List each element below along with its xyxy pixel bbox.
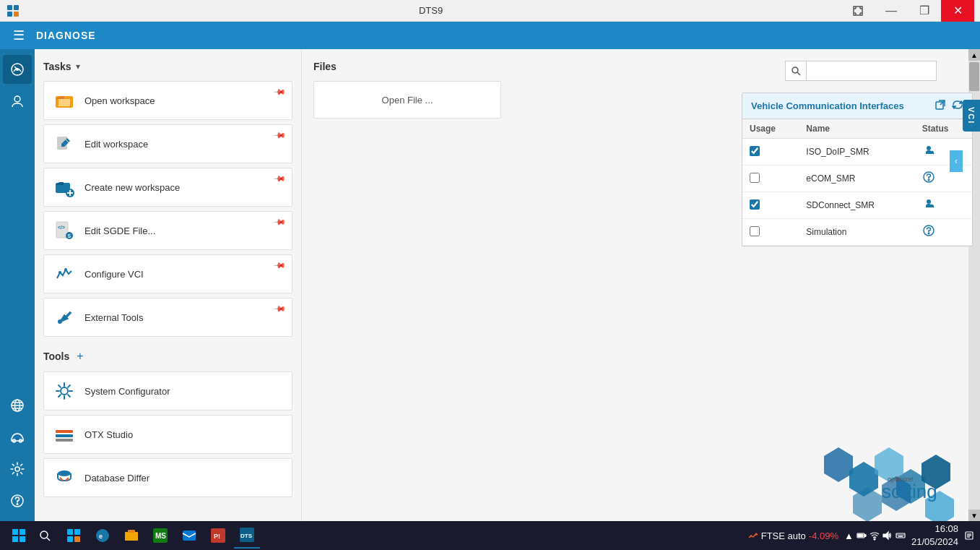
- svg-rect-90: [183, 530, 196, 541]
- svg-rect-42: [56, 430, 73, 433]
- vci-checkbox-0[interactable]: [750, 146, 760, 156]
- add-tool-icon[interactable]: +: [77, 350, 83, 363]
- taskbar-app-1[interactable]: [61, 523, 87, 549]
- vci-checkbox-2[interactable]: [750, 199, 760, 210]
- external-tools-icon: [53, 306, 76, 329]
- tool-system-configurator[interactable]: System Configurator: [43, 371, 292, 411]
- search-button[interactable]: [785, 61, 807, 81]
- edit-sgde-label: Edit SGDE File...: [84, 225, 155, 236]
- sidebar-icon-globe[interactable]: [3, 391, 32, 420]
- open-file-button[interactable]: Open File ...: [313, 81, 501, 119]
- titlebar-controls: — ❐ ✕: [841, 0, 974, 22]
- taskbar-right: FTSE auto -4.09% ▲: [748, 523, 974, 549]
- sidebar-icon-help[interactable]: [3, 486, 32, 515]
- svg-point-45: [58, 470, 71, 476]
- vci-table: Usage Name Status ISO_DoIP_SMR: [742, 119, 972, 246]
- task-edit-sgde[interactable]: </> S Edit SGDE File... 📌: [43, 211, 292, 250]
- taskbar-app-dts[interactable]: DTS: [234, 523, 260, 549]
- sidebar-icon-dashboard[interactable]: [3, 55, 32, 84]
- system-configurator-label: System Configurator: [84, 386, 170, 397]
- vci-checkbox-1[interactable]: [750, 173, 760, 183]
- vci-open-icon[interactable]: [935, 99, 946, 113]
- vci-status-1: [922, 173, 935, 186]
- taskbar-app-6[interactable]: P!: [205, 523, 231, 549]
- svg-line-51: [940, 100, 945, 105]
- svg-rect-87: [128, 530, 135, 533]
- vci-row-0: ISO_DoIP_SMR: [742, 139, 972, 166]
- files-panel: Files Open File ... Vehicle Communicatio: [302, 49, 980, 521]
- sidebar-icon-user[interactable]: [3, 87, 32, 116]
- svg-text:MS: MS: [155, 532, 166, 540]
- taskbar-app-4[interactable]: MS: [147, 523, 173, 549]
- scroll-thumb[interactable]: [969, 62, 979, 91]
- taskbar-search[interactable]: [32, 523, 58, 549]
- svg-rect-27: [58, 99, 70, 106]
- vci-title: Vehicle Communication Interfaces: [751, 100, 904, 111]
- hamburger-menu[interactable]: ☰: [7, 25, 30, 46]
- vci-status-2: [922, 200, 935, 212]
- close-button[interactable]: ✕: [941, 0, 974, 22]
- taskbar-app-2[interactable]: e: [90, 523, 116, 549]
- vci-panel: Vehicle Communication Interfaces: [742, 93, 973, 246]
- tool-otx-studio[interactable]: OTX Studio: [43, 415, 292, 454]
- tray-arrow[interactable]: ▲: [844, 530, 854, 541]
- taskbar-app-3[interactable]: [118, 523, 144, 549]
- svg-rect-2: [7, 12, 12, 17]
- vci-row-2: SDConnect_SMR: [742, 192, 972, 219]
- svg-rect-82: [67, 536, 73, 542]
- svg-point-25: [17, 504, 18, 505]
- svg-rect-81: [74, 529, 80, 535]
- window-title: DTS9: [20, 5, 841, 16]
- vci-tab[interactable]: VCI: [963, 100, 980, 132]
- vci-tab-arrow[interactable]: ‹: [950, 150, 963, 172]
- svg-point-23: [15, 467, 19, 471]
- svg-point-38: [58, 271, 61, 274]
- col-name: Name: [799, 119, 914, 139]
- taskbar-clock: 16:08 21/05/2024: [911, 523, 958, 549]
- task-configure-vci[interactable]: Configure VCI 📌: [43, 254, 292, 293]
- taskbar-app-5[interactable]: [176, 523, 202, 549]
- vci-checkbox-3[interactable]: [750, 226, 760, 236]
- fullscreen-button[interactable]: [841, 0, 875, 22]
- task-open-workspace[interactable]: Open workspace 📌: [43, 81, 292, 120]
- keyboard-icon: [896, 530, 906, 541]
- open-workspace-label: Open workspace: [84, 95, 155, 106]
- vci-name-0: ISO_DoIP_SMR: [799, 139, 914, 166]
- svg-rect-86: [125, 532, 138, 541]
- app-section-title: DIAGNOSE: [36, 30, 96, 41]
- open-file-label: Open File ...: [382, 95, 433, 106]
- tools-title: Tools: [43, 351, 69, 362]
- svg-text:e: e: [99, 533, 103, 540]
- edit-workspace-icon: [53, 132, 76, 155]
- task-create-workspace[interactable]: Create new workspace 📌: [43, 168, 292, 207]
- task-external-tools[interactable]: External Tools 📌: [43, 298, 292, 337]
- system-tray: ▲: [844, 530, 906, 541]
- softing-logo: optimize! softing: [781, 427, 968, 521]
- tasks-title: Tasks: [43, 61, 71, 72]
- configure-vci-label: Configure VCI: [84, 269, 144, 280]
- search-area: [785, 61, 937, 81]
- search-input[interactable]: [807, 61, 937, 81]
- tool-database-differ[interactable]: Database Differ: [43, 458, 292, 497]
- minimize-button[interactable]: —: [875, 0, 908, 22]
- pin-icon-5: 📌: [272, 302, 286, 316]
- svg-point-54: [927, 146, 931, 150]
- svg-rect-77: [19, 536, 25, 542]
- start-button[interactable]: [6, 523, 32, 549]
- scroll-down-arrow[interactable]: ▼: [968, 510, 980, 521]
- vci-refresh-icon[interactable]: [952, 99, 963, 113]
- tasks-section-header: Tasks ▾: [43, 61, 292, 72]
- svg-rect-1: [14, 5, 19, 10]
- app-icon: [6, 4, 20, 18]
- titlebar: DTS9 — ❐ ✕: [0, 0, 980, 22]
- tasks-chevron-icon[interactable]: ▾: [76, 61, 80, 72]
- sidebar-icon-car[interactable]: [3, 423, 32, 452]
- files-title: Files: [313, 61, 337, 72]
- sidebar-icon-settings[interactable]: [3, 455, 32, 484]
- restore-button[interactable]: ❐: [908, 0, 941, 22]
- clock-time: 16:08: [911, 523, 958, 536]
- network-icon: [870, 530, 880, 541]
- scroll-up-arrow[interactable]: ▲: [968, 49, 980, 61]
- notification-icon[interactable]: [964, 530, 974, 541]
- task-edit-workspace[interactable]: Edit workspace 📌: [43, 124, 292, 163]
